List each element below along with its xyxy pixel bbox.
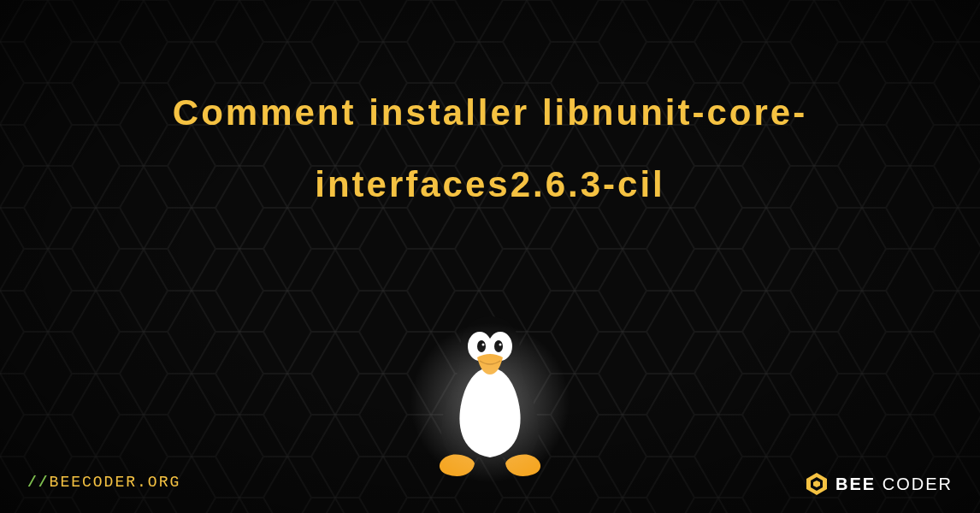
bee-hex-icon <box>805 472 829 496</box>
svg-point-5 <box>499 344 502 346</box>
tux-penguin-icon <box>413 308 567 479</box>
svg-point-4 <box>482 344 485 346</box>
main-title-container: Comment installer libnunit-core-interfac… <box>0 77 980 221</box>
footer-url-text: BEECODER.ORG <box>50 474 181 491</box>
brand-light: CODER <box>883 475 953 493</box>
footer-url: //BEECODER.ORG <box>27 474 180 491</box>
brand-bold: BEE <box>835 475 876 493</box>
main-title: Comment installer libnunit-core-interfac… <box>34 77 946 221</box>
footer-brand-text: BEE CODER <box>835 475 953 494</box>
tux-penguin-logo <box>413 308 567 479</box>
footer-brand: BEE CODER <box>805 472 953 496</box>
svg-point-3 <box>494 340 503 352</box>
footer-url-slashes: // <box>27 474 50 491</box>
svg-point-2 <box>477 340 486 352</box>
